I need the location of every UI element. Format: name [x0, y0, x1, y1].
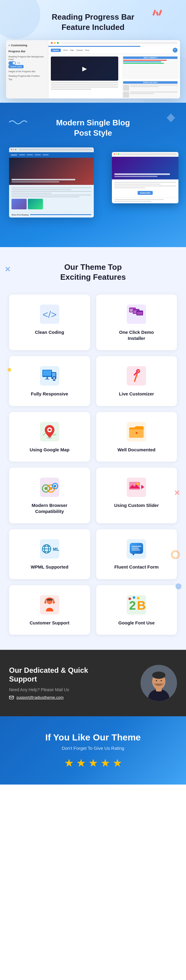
bm2-dot-g: [118, 153, 119, 155]
svg-rect-8: [137, 312, 143, 315]
star-3[interactable]: ★: [88, 757, 98, 770]
avatar-svg: [141, 665, 177, 701]
mock-topbar-1: [9, 148, 94, 152]
svg-text:2: 2: [129, 599, 136, 612]
wpml-label: WPML Supported: [15, 564, 84, 570]
sidebar-subtitle: Progress Bar: [8, 50, 46, 53]
share-bar: [30, 214, 91, 215]
mock-nav-item-1: [19, 154, 25, 155]
feature-card-browser-compat: Modern Browser Compatibility: [9, 468, 90, 523]
star-4[interactable]: ★: [100, 757, 110, 770]
post-line-1a: [130, 84, 178, 86]
deco-x-top-left: ✕: [5, 265, 11, 274]
nav-link-shop[interactable]: Shop: [85, 49, 89, 51]
wpml-icon: ML: [39, 538, 60, 560]
mock2-hero-text: [114, 173, 176, 177]
subscribe-button[interactable]: Subscribe: [138, 191, 153, 195]
svg-point-64: [128, 598, 131, 600]
star-2[interactable]: ★: [76, 757, 86, 770]
customer-support-icon: [39, 594, 60, 616]
google-map-label: Using Google Map: [15, 447, 84, 453]
dot-yellow: [54, 42, 56, 44]
svg-rect-11: [43, 371, 51, 376]
body-line-1: [11, 187, 91, 188]
m2-foot-2: [114, 201, 151, 202]
svg-rect-55: [131, 549, 140, 550]
svg-text:B: B: [137, 599, 146, 612]
widget-2: POPULAR POST: [122, 80, 179, 99]
body-line-6: [11, 196, 79, 197]
feature-card-custom-slider: Using Custom Slider: [96, 468, 177, 523]
sidebar-label-bg: Reading Progress Bar Background Color: [8, 55, 46, 61]
feature-card-demo-installer: One Click Demo Installer: [96, 294, 177, 350]
w-item-2: [123, 61, 161, 62]
feature-card-wpml: ML WPML Supported: [9, 529, 90, 579]
demo-installer-label: One Click Demo Installer: [102, 329, 171, 341]
feature-card-customizer: Live Customizer: [96, 356, 177, 406]
svg-rect-67: [10, 696, 14, 699]
toggle-pill[interactable]: [8, 61, 16, 65]
support-text: Our Dedicated & Quick Support Need Any H…: [9, 666, 135, 700]
deco-dot-1: [8, 368, 11, 372]
site-logo: nason: [51, 49, 61, 52]
mock-url-bar: [18, 149, 92, 150]
custom-slider-icon: [126, 477, 147, 498]
bm-dot-g: [15, 149, 16, 150]
google-font-label: Google Font Use: [102, 620, 171, 626]
w-item-3: [123, 63, 164, 64]
widget-title-1: SIDE CONNECT: [123, 56, 178, 59]
responsive-label: Fully Responsive: [15, 391, 84, 397]
rating-subtitle: Don't Forget To Give Us Rating: [9, 746, 177, 751]
body-line-5: [11, 194, 91, 196]
google-font-icon: 2 B: [126, 594, 147, 616]
nav-link-page[interactable]: Page: [70, 49, 74, 51]
svg-point-26: [48, 429, 51, 431]
nav-link-cat[interactable]: Category: [76, 49, 83, 51]
mock-nav-item-4: [43, 154, 49, 155]
text-line-4: [51, 89, 91, 90]
mock2-url-bar: [120, 153, 176, 155]
svg-point-73: [156, 680, 157, 681]
hero-text-line-1: [11, 179, 75, 180]
support-email-address[interactable]: support@radiustheme.com: [16, 695, 64, 700]
svg-point-66: [137, 597, 140, 599]
url-bar[interactable]: [61, 42, 178, 44]
mock-topbar-2: [112, 152, 178, 157]
m2-body-3: [114, 186, 176, 186]
mock-nav-item-2: [27, 154, 33, 155]
nav-link-home[interactable]: Home: [63, 49, 68, 51]
text-line-1: [51, 82, 118, 83]
bm-dot-r: [11, 149, 12, 150]
deco-x-middle-right: ✕: [174, 489, 180, 497]
star-1[interactable]: ★: [64, 757, 74, 770]
bg-color-value: Select Color: [8, 65, 24, 68]
post-lines-2: [130, 92, 178, 97]
deco-circle: [171, 550, 180, 559]
custom-slider-label: Using Custom Slider: [102, 503, 171, 508]
feature-card-customer-support: Customer Support: [9, 585, 90, 635]
m2-body-2: [114, 184, 160, 185]
browser-topbar: [48, 40, 180, 46]
browser-compat-icon: [39, 477, 60, 498]
blog-mock-front: Subscribe: [112, 152, 178, 203]
svg-rect-53: [131, 546, 141, 547]
star-5[interactable]: ★: [112, 757, 122, 770]
mock-nav-bar: nason: [9, 152, 94, 158]
content-left: ▶: [48, 54, 121, 99]
search-icon[interactable]: 🔍: [173, 48, 178, 52]
m2-body-4: [114, 187, 145, 188]
svg-rect-13: [45, 379, 49, 379]
browser-sidebar: Customizing Progress Bar Reading Progres…: [6, 40, 48, 99]
sidebar-label-height: Height of the Progress Bar:: [8, 70, 46, 73]
responsive-icon: [39, 365, 60, 387]
stars-container: ★ ★ ★ ★ ★: [9, 757, 177, 770]
thumb-1: [123, 84, 129, 91]
mock-hero-text-1: [11, 179, 91, 183]
clean-coding-icon: </>: [39, 304, 60, 325]
svg-point-35: [49, 487, 52, 490]
blog-mock-back: nason: [9, 148, 94, 218]
browser-compat-label: Modern Browser Compatibility: [15, 503, 84, 514]
svg-point-37: [54, 485, 56, 487]
browser-mockup: Customizing Progress Bar Reading Progres…: [6, 40, 180, 99]
browser-main: nason Home Page Category Shop 🔍 ▶: [48, 40, 180, 99]
